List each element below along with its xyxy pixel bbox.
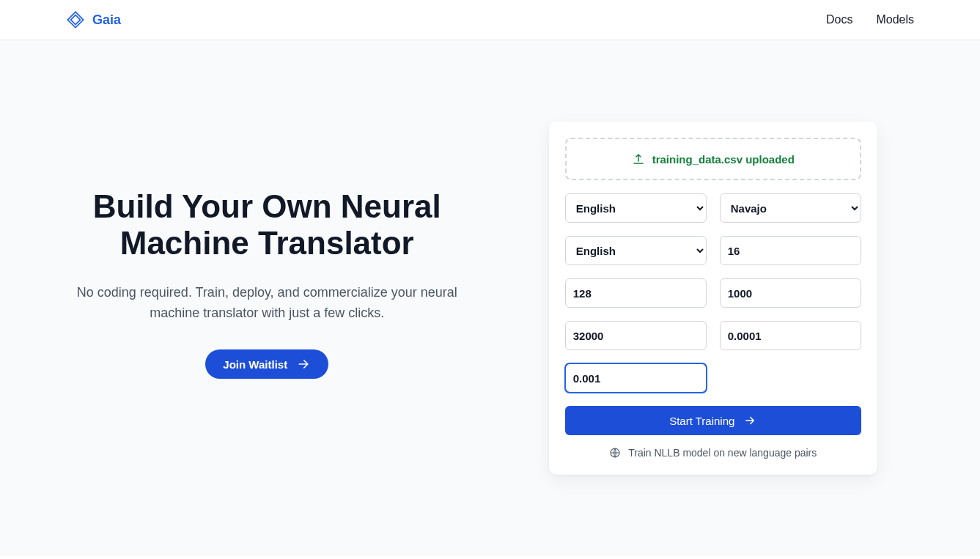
upload-status-text: training_data.csv uploaded bbox=[652, 153, 795, 166]
nav-links: Docs Models bbox=[826, 13, 914, 26]
vocab-size-input[interactable] bbox=[565, 321, 707, 350]
start-training-button[interactable]: Start Training bbox=[565, 406, 861, 435]
card-footer-note: Train NLLB model on new language pairs bbox=[565, 447, 861, 459]
sequence-length-input[interactable] bbox=[565, 278, 707, 308]
arrow-right-icon bbox=[743, 414, 756, 427]
logo[interactable]: Gaia bbox=[66, 10, 121, 29]
globe-icon bbox=[609, 447, 621, 459]
hero-section: Build Your Own Neural Machine Translator… bbox=[66, 40, 468, 556]
training-card: training_data.csv uploaded English Navaj… bbox=[549, 122, 877, 475]
upload-icon bbox=[632, 152, 645, 166]
logo-icon bbox=[66, 10, 85, 29]
nav-models[interactable]: Models bbox=[876, 13, 914, 26]
arrow-right-icon bbox=[296, 357, 311, 371]
hero-title: Build Your Own Neural Machine Translator bbox=[66, 188, 468, 262]
nav-docs[interactable]: Docs bbox=[826, 13, 852, 26]
start-training-label: Start Training bbox=[669, 415, 734, 427]
tokenizer-language-select[interactable]: English bbox=[565, 236, 707, 265]
upload-dropzone[interactable]: training_data.csv uploaded bbox=[565, 138, 861, 180]
join-waitlist-button[interactable]: Join Waitlist bbox=[205, 349, 328, 379]
brand-name: Gaia bbox=[92, 12, 121, 28]
cta-label: Join Waitlist bbox=[223, 358, 287, 371]
top-nav: Gaia Docs Models bbox=[0, 0, 980, 40]
svg-rect-1 bbox=[70, 15, 80, 25]
weight-decay-input[interactable] bbox=[720, 321, 861, 350]
batch-size-input[interactable] bbox=[720, 236, 861, 265]
footer-note-text: Train NLLB model on new language pairs bbox=[628, 447, 817, 459]
form-section: training_data.csv uploaded English Navaj… bbox=[512, 40, 915, 556]
main-content: Build Your Own Neural Machine Translator… bbox=[0, 40, 980, 556]
target-language-select[interactable]: Navajo bbox=[720, 193, 861, 223]
learning-rate-input[interactable] bbox=[565, 363, 707, 393]
form-grid: English Navajo English bbox=[565, 193, 861, 393]
epochs-input[interactable] bbox=[720, 278, 861, 308]
source-language-select[interactable]: English bbox=[565, 193, 707, 223]
hero-subtitle: No coding required. Train, deploy, and c… bbox=[69, 283, 465, 324]
